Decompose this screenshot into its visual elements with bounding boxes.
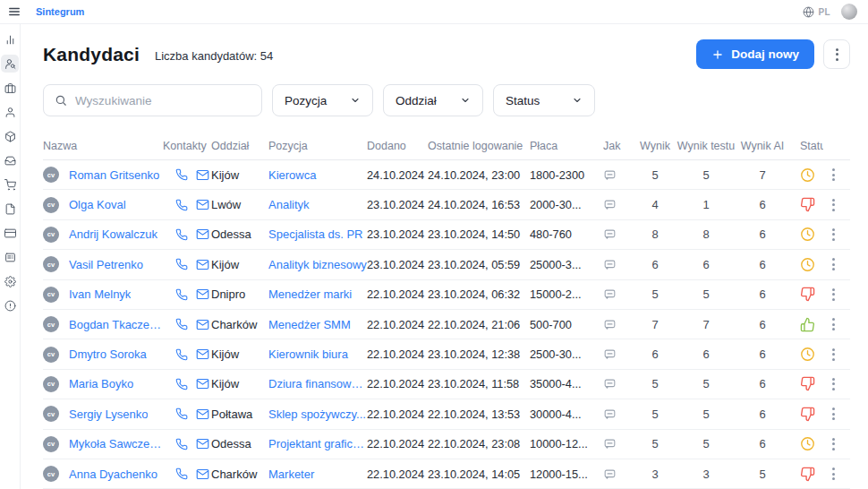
row-menu-button[interactable] xyxy=(823,468,843,480)
mail-icon[interactable] xyxy=(196,347,209,361)
position-link[interactable]: Analityk biznesowy xyxy=(268,258,367,271)
cv-badge[interactable]: cv xyxy=(43,287,59,303)
position-link[interactable]: Menedżer SMM xyxy=(268,318,367,331)
sidebar-item-payments[interactable] xyxy=(1,224,19,242)
cv-badge[interactable]: cv xyxy=(43,227,59,243)
position-link[interactable]: Marketer xyxy=(268,468,367,481)
sidebar-item-employees[interactable] xyxy=(1,103,19,121)
sidebar-item-statistics[interactable] xyxy=(1,30,19,48)
position-link[interactable]: Kierowca xyxy=(268,168,367,182)
comment-icon[interactable] xyxy=(603,347,617,361)
cv-badge[interactable]: cv xyxy=(43,316,59,332)
branch-filter-dropdown[interactable]: Oddział xyxy=(383,84,483,116)
comment-icon[interactable] xyxy=(603,468,617,481)
comment-icon[interactable] xyxy=(603,318,617,331)
position-filter-dropdown[interactable]: Pozycja xyxy=(272,84,373,116)
rejected-status-icon[interactable] xyxy=(800,287,815,302)
candidate-name-link[interactable]: Sergiy Lysenko xyxy=(69,408,148,421)
mail-icon[interactable] xyxy=(196,198,209,211)
mail-icon[interactable] xyxy=(196,377,209,390)
add-new-button[interactable]: Dodaj nowy xyxy=(696,39,814,69)
rejected-status-icon[interactable] xyxy=(800,197,815,212)
row-menu-button[interactable] xyxy=(823,318,843,330)
sidebar-item-inbox[interactable] xyxy=(1,151,19,169)
sidebar-item-settings[interactable] xyxy=(1,272,19,290)
comment-icon[interactable] xyxy=(603,227,617,241)
phone-icon[interactable] xyxy=(175,258,188,270)
row-menu-button[interactable] xyxy=(823,288,843,301)
brand-logo[interactable]: Sintegrum xyxy=(36,6,84,17)
mail-icon[interactable] xyxy=(196,468,209,481)
sidebar-item-purchases[interactable] xyxy=(1,176,19,193)
candidate-name-link[interactable]: Olga Koval xyxy=(69,198,126,211)
position-link[interactable]: Analityk xyxy=(268,198,367,211)
phone-icon[interactable] xyxy=(175,228,188,241)
phone-icon[interactable] xyxy=(175,199,188,211)
language-switcher[interactable]: PL xyxy=(803,6,830,18)
candidate-name-link[interactable]: Anna Dyachenko xyxy=(69,468,157,481)
candidate-name-link[interactable]: Maria Boyko xyxy=(69,377,133,390)
mail-icon[interactable] xyxy=(196,318,209,331)
comment-icon[interactable] xyxy=(603,377,617,390)
mail-icon[interactable] xyxy=(196,437,209,450)
rejected-status-icon[interactable] xyxy=(800,407,815,422)
row-menu-button[interactable] xyxy=(823,199,843,211)
phone-icon[interactable] xyxy=(175,318,188,330)
position-link[interactable]: Projektant graficzny xyxy=(268,437,367,450)
search-input[interactable] xyxy=(75,94,251,107)
cv-badge[interactable]: cv xyxy=(43,167,59,183)
phone-icon[interactable] xyxy=(175,348,188,361)
row-menu-button[interactable] xyxy=(823,408,843,420)
mail-icon[interactable] xyxy=(196,287,209,301)
cv-badge[interactable]: cv xyxy=(43,406,59,422)
mail-icon[interactable] xyxy=(196,258,209,271)
row-menu-button[interactable] xyxy=(823,378,843,390)
rejected-status-icon[interactable] xyxy=(800,376,815,391)
phone-icon[interactable] xyxy=(175,168,188,181)
candidate-name-link[interactable]: Bogdan Tkaczenko xyxy=(69,318,163,331)
hamburger-menu-icon[interactable] xyxy=(5,3,23,21)
row-menu-button[interactable] xyxy=(823,438,843,450)
position-link[interactable]: Menedżer marki xyxy=(268,287,367,301)
cv-badge[interactable]: cv xyxy=(43,436,59,452)
sidebar-item-reports[interactable] xyxy=(1,248,19,266)
cv-badge[interactable]: cv xyxy=(43,256,59,272)
position-link[interactable]: Kierownik biura xyxy=(268,347,367,361)
cv-badge[interactable]: cv xyxy=(43,376,59,392)
candidate-name-link[interactable]: Ivan Melnyk xyxy=(69,287,131,301)
pending-status-icon[interactable] xyxy=(800,257,815,272)
row-menu-button[interactable] xyxy=(823,258,843,270)
comment-icon[interactable] xyxy=(603,168,617,182)
mail-icon[interactable] xyxy=(196,227,209,241)
mail-icon[interactable] xyxy=(196,408,209,421)
pending-status-icon[interactable] xyxy=(800,436,815,451)
row-menu-button[interactable] xyxy=(823,168,843,181)
sidebar-item-vacancies[interactable] xyxy=(1,79,19,97)
phone-icon[interactable] xyxy=(175,378,188,390)
candidate-name-link[interactable]: Dmytro Soroka xyxy=(69,347,147,361)
page-more-button[interactable] xyxy=(823,39,850,69)
candidate-name-link[interactable]: Roman Gritsenko xyxy=(69,168,159,182)
phone-icon[interactable] xyxy=(175,468,188,480)
comment-icon[interactable] xyxy=(603,287,617,301)
comment-icon[interactable] xyxy=(603,258,617,271)
candidate-name-link[interactable]: Andrij Kowalczuk xyxy=(69,227,157,241)
cv-badge[interactable]: cv xyxy=(43,466,59,482)
approved-status-icon[interactable] xyxy=(800,317,815,332)
phone-icon[interactable] xyxy=(175,408,188,420)
rejected-status-icon[interactable] xyxy=(800,467,815,482)
comment-icon[interactable] xyxy=(603,437,617,450)
cv-badge[interactable]: cv xyxy=(43,347,59,363)
pending-status-icon[interactable] xyxy=(800,167,815,183)
phone-icon[interactable] xyxy=(175,438,188,450)
row-menu-button[interactable] xyxy=(823,348,843,361)
sidebar-item-help[interactable] xyxy=(1,296,19,314)
candidate-name-link[interactable]: Vasil Petrenko xyxy=(69,258,143,271)
sidebar-item-inventory[interactable] xyxy=(1,127,19,145)
pending-status-icon[interactable] xyxy=(800,347,815,362)
candidate-name-link[interactable]: Mykoła Sawczenko xyxy=(69,437,163,450)
mail-icon[interactable] xyxy=(196,168,209,182)
row-menu-button[interactable] xyxy=(823,228,843,241)
position-link[interactable]: Dziura finansowa... xyxy=(268,377,367,390)
position-link[interactable]: Sklep spożywczy... xyxy=(268,408,367,421)
